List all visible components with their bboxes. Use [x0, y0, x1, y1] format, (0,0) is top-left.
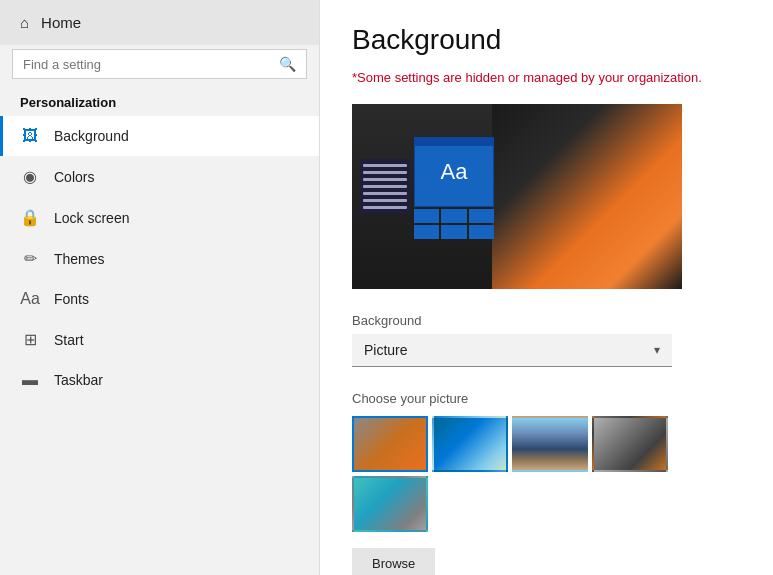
grid-cell-2 [441, 209, 466, 223]
sidebar-item-taskbar[interactable]: ▬ Taskbar [0, 360, 319, 400]
window-titlebar [415, 138, 493, 146]
background-type-dropdown-container: Picture ▾ [352, 334, 672, 367]
dropdown-value: Picture [364, 342, 408, 358]
background-type-dropdown[interactable]: Picture ▾ [352, 334, 672, 367]
taskbar-line-7 [363, 206, 407, 209]
sidebar-item-label: Colors [54, 169, 94, 185]
background-icon: 🖼 [20, 127, 40, 145]
picture-thumb-2[interactable] [432, 416, 508, 472]
taskbar-icon: ▬ [20, 371, 40, 389]
grid-cell-5 [441, 225, 466, 239]
window-preview-overlay: Aa [414, 137, 494, 207]
search-icon: 🔍 [279, 56, 296, 72]
sidebar-item-label: Taskbar [54, 372, 103, 388]
search-input[interactable] [23, 57, 279, 72]
sidebar-item-label: Start [54, 332, 84, 348]
org-warning: *Some settings are hidden or managed by … [352, 68, 741, 88]
picture-thumb-1[interactable] [352, 416, 428, 472]
sidebar-item-start[interactable]: ⊞ Start [0, 319, 319, 360]
grid-cell-3 [469, 209, 494, 223]
background-preview: Aa [352, 104, 682, 289]
lock-screen-icon: 🔒 [20, 208, 40, 227]
home-label: Home [41, 14, 81, 31]
home-icon: ⌂ [20, 14, 29, 31]
colors-icon: ◉ [20, 167, 40, 186]
page-title: Background [352, 24, 741, 56]
sidebar-item-label: Fonts [54, 291, 89, 307]
start-icon: ⊞ [20, 330, 40, 349]
picture-thumb-3[interactable] [512, 416, 588, 472]
section-title: Personalization [0, 87, 319, 116]
taskbar-line-3 [363, 178, 407, 181]
sidebar-item-label: Lock screen [54, 210, 129, 226]
sidebar-item-label: Background [54, 128, 129, 144]
taskbar-line-1 [363, 164, 407, 167]
picture-thumb-4[interactable] [592, 416, 668, 472]
window-preview-label: Aa [441, 159, 468, 185]
sidebar-item-fonts[interactable]: Aa Fonts [0, 279, 319, 319]
picture-thumbnails-grid [352, 416, 741, 532]
chevron-down-icon: ▾ [654, 343, 660, 357]
taskbar-preview-overlay [360, 159, 410, 214]
sidebar-item-themes[interactable]: ✏ Themes [0, 238, 319, 279]
grid-cell-4 [414, 225, 439, 239]
grid-cell-6 [469, 225, 494, 239]
taskbar-line-2 [363, 171, 407, 174]
sidebar: ⌂ Home 🔍 Personalization 🖼 Background ◉ … [0, 0, 320, 575]
fonts-icon: Aa [20, 290, 40, 308]
themes-icon: ✏ [20, 249, 40, 268]
taskbar-line-4 [363, 185, 407, 188]
grid-cell-1 [414, 209, 439, 223]
browse-button[interactable]: Browse [352, 548, 435, 576]
picture-thumb-5[interactable] [352, 476, 428, 532]
taskbar-line-5 [363, 192, 407, 195]
preview-right-panel [492, 104, 682, 289]
choose-picture-label: Choose your picture [352, 391, 741, 406]
window-grid-overlay [414, 209, 494, 239]
home-button[interactable]: ⌂ Home [0, 0, 319, 45]
search-box[interactable]: 🔍 [12, 49, 307, 79]
main-content: Background *Some settings are hidden or … [320, 0, 773, 575]
background-field-label: Background [352, 313, 741, 328]
sidebar-item-colors[interactable]: ◉ Colors [0, 156, 319, 197]
sidebar-item-background[interactable]: 🖼 Background [0, 116, 319, 156]
taskbar-line-6 [363, 199, 407, 202]
sidebar-item-lock-screen[interactable]: 🔒 Lock screen [0, 197, 319, 238]
sidebar-item-label: Themes [54, 251, 105, 267]
